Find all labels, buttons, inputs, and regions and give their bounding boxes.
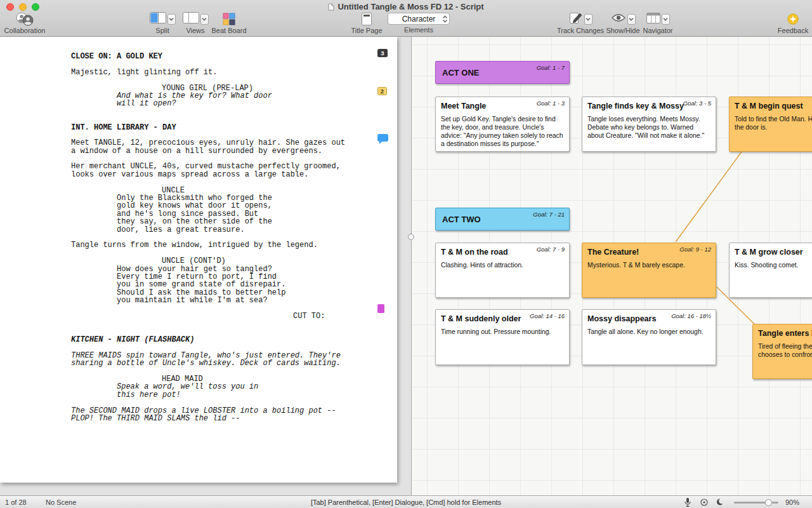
flag-marker[interactable]: [377, 304, 384, 313]
card-goal: Goal: 14 - 16: [530, 312, 565, 319]
script-page[interactable]: CLOSE ON: A GOLD KEY Majestic, light gli…: [0, 37, 397, 483]
script-line-blank[interactable]: [0, 108, 345, 116]
feedback-button[interactable]: Feedback: [775, 13, 811, 34]
split-icon: [150, 12, 166, 26]
number-dark-marker[interactable]: 3: [377, 49, 388, 57]
number-yellow-marker[interactable]: 2: [377, 87, 387, 95]
script-line-dial-i[interactable]: will it open?: [117, 100, 345, 107]
script-line-dial[interactable]: door, lies a great treasure.: [117, 226, 345, 234]
zoom-level: 90%: [785, 498, 799, 506]
beat-board-label: Beat Board: [211, 27, 246, 34]
script-lines: CLOSE ON: A GOLD KEY Majestic, light gli…: [0, 53, 345, 422]
elements-value: Character: [402, 15, 436, 23]
pane-divider-handle[interactable]: [408, 234, 414, 240]
navigator-button[interactable]: Navigator: [639, 13, 676, 34]
document-proxy-icon: [328, 3, 334, 11]
navigator-label: Navigator: [643, 27, 672, 34]
card-body: Told to find the Old Man. He knows where…: [735, 115, 812, 131]
beat-card[interactable]: The Creature!Goal: 9 - 12Mysterious. T &…: [582, 243, 716, 298]
elements-label: Elements: [404, 26, 433, 34]
card-body: Set up Gold Key. Tangle's desire to find…: [441, 115, 564, 148]
track-changes-button[interactable]: Track Changes: [556, 13, 605, 34]
card-title: T & M grow closer: [735, 248, 812, 257]
navigator-icon: [646, 13, 660, 26]
script-pane[interactable]: CLOSE ON: A GOLD KEY Majestic, light gli…: [0, 37, 411, 495]
feedback-label: Feedback: [778, 27, 808, 34]
beat-board-button[interactable]: Beat Board: [211, 13, 247, 34]
script-line-dial[interactable]: gold key knows what door it opens,: [117, 202, 345, 210]
navigator-dropdown[interactable]: [662, 14, 670, 25]
dark-mode-icon[interactable]: [716, 498, 724, 506]
show-hide-dropdown[interactable]: [627, 14, 636, 25]
beat-card[interactable]: Tangle enters lairTired of fleeing the C…: [752, 324, 812, 379]
script-line-dial[interactable]: they say, on the other side of the: [117, 218, 345, 225]
script-line-action[interactable]: a window of a house on a hill surrounded…: [71, 147, 345, 155]
collaboration-button[interactable]: Collaboration: [3, 13, 47, 34]
split-dropdown[interactable]: [167, 14, 176, 25]
feedback-icon: [787, 13, 799, 25]
beat-board-icon: [223, 13, 235, 25]
note-marker[interactable]: [377, 134, 388, 142]
script-line-blank[interactable]: [0, 178, 345, 186]
script-line-action-i[interactable]: sharing a bottle of Uncle's whiskey. Dec…: [71, 359, 345, 367]
script-line-action-i[interactable]: PLOP! The THIRD MAID SLAMS the lid --: [71, 415, 345, 422]
card-body: Time running out. Pressure mounting.: [441, 328, 564, 336]
card-goal: Goal: 1 - 7: [537, 64, 565, 71]
track-changes-dropdown[interactable]: [584, 14, 593, 25]
target-icon[interactable]: [700, 498, 709, 507]
title-page-button[interactable]: Title Page: [349, 13, 384, 34]
views-button[interactable]: Views: [179, 13, 212, 34]
script-line-dial[interactable]: you in some grand state of disrepair.: [117, 281, 345, 288]
script-line-action[interactable]: looks over various maps spread across a …: [71, 171, 345, 178]
act-card[interactable]: ACT ONEGoal: 1 - 7: [435, 61, 570, 84]
act-card[interactable]: ACT TWOGoal: 7 - 21: [435, 208, 570, 231]
views-dropdown[interactable]: [200, 14, 209, 25]
script-line-char[interactable]: UNCLE (CONT'D): [162, 257, 345, 265]
script-line-dial-i[interactable]: this here pot!: [117, 391, 345, 399]
track-changes-label: Track Changes: [557, 27, 604, 34]
beat-board[interactable]: ACT ONEGoal: 1 - 7ACT TWOGoal: 7 - 21Mee…: [412, 37, 812, 495]
script-line-trans[interactable]: CUT TO:: [293, 312, 345, 320]
beat-card[interactable]: T & M grow closerKiss. Shooting comet.: [729, 243, 812, 298]
script-line-dial[interactable]: you maintain it while I'm at sea?: [117, 297, 345, 304]
show-hide-button[interactable]: Show/Hide: [605, 13, 641, 34]
script-line-blank[interactable]: [0, 76, 345, 84]
elements-popup[interactable]: Character: [388, 13, 450, 25]
titlebar: Untitled Tangle & Moss FD 12 - Script: [0, 2, 812, 11]
beat-card[interactable]: T & M suddenly olderGoal: 14 - 16Time ru…: [435, 309, 570, 365]
card-body: Mysterious. T & M barely escape.: [587, 261, 710, 269]
title-page-label: Title Page: [351, 27, 382, 34]
beat-card[interactable]: Tangle finds key & MossyGoal: 3 - 5Tangl…: [582, 97, 716, 152]
card-goal: Goal: 1 - 3: [537, 100, 565, 107]
script-line-blank[interactable]: [0, 399, 345, 406]
card-body: Tangle all alone. Key no longer enough.: [587, 328, 710, 336]
zoom-slider[interactable]: [734, 502, 778, 504]
title-page-icon: [362, 13, 372, 25]
zoom-slider-knob[interactable]: [765, 499, 772, 506]
script-line-blank[interactable]: [0, 60, 345, 68]
card-goal: Goal: 7 - 9: [537, 246, 565, 253]
split-button[interactable]: Split: [146, 13, 179, 34]
beat-card[interactable]: T & M on the roadGoal: 7 - 9Clashing. Hi…: [435, 243, 570, 298]
elements-stepper-icon: [442, 15, 448, 25]
script-line-blank[interactable]: [0, 116, 345, 123]
script-line-scene[interactable]: INT. HOME LIBRARY - DAY: [71, 124, 345, 131]
elements-control: Character Elements: [387, 13, 450, 34]
script-line-dial-i[interactable]: Speak a word, we'll toss you in: [117, 383, 345, 391]
script-line-action[interactable]: Majestic, light glinting off it.: [71, 69, 345, 76]
card-title: T & M begin quest: [735, 102, 812, 110]
card-goal: Goal: 7 - 21: [533, 211, 565, 218]
script-line-scene-i[interactable]: KITCHEN - NIGHT (FLASHBACK): [71, 336, 345, 344]
card-goal: Goal: 16 - 18½: [671, 312, 711, 319]
script-line-action[interactable]: Her merchant UNCLE, 40s, curved mustache…: [71, 163, 345, 170]
script-line-blank[interactable]: [0, 344, 345, 351]
beat-card[interactable]: Mossy disappearsGoal: 16 - 18½Tangle all…: [582, 309, 716, 365]
script-line-action[interactable]: Tangle turns from the window, intrigued …: [71, 241, 345, 249]
dictation-mic-icon[interactable]: [684, 497, 691, 507]
script-line-blank[interactable]: [0, 320, 345, 328]
beat-card[interactable]: Meet TangleGoal: 1 - 3Set up Gold Key. T…: [435, 97, 570, 152]
script-line-action[interactable]: Meet TANGLE, 12, precocious eyes, unruly…: [71, 139, 345, 147]
track-changes-icon: [569, 11, 583, 27]
beat-card[interactable]: T & M begin questTold to find the Old Ma…: [729, 97, 812, 152]
script-line-scene[interactable]: CLOSE ON: A GOLD KEY: [71, 53, 345, 60]
